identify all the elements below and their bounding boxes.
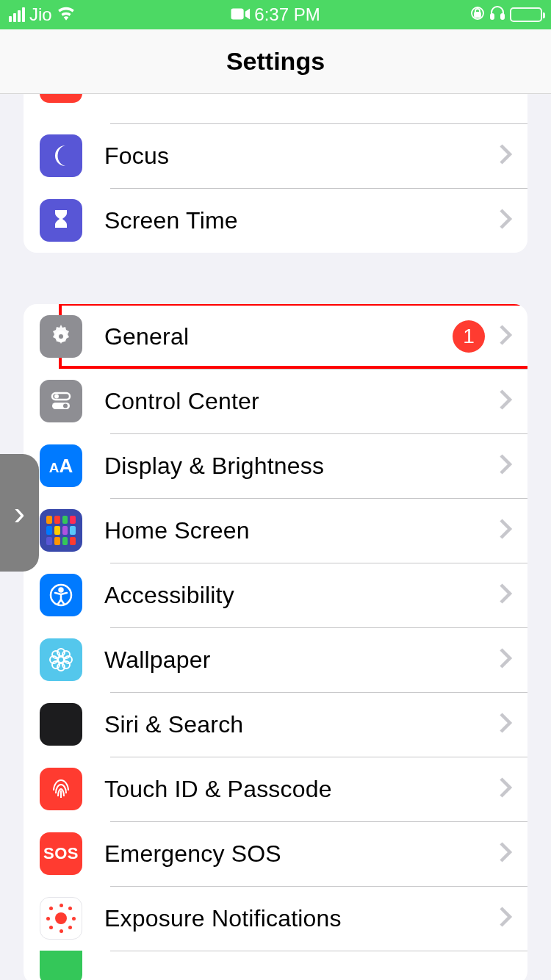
row-siri-search[interactable]: Siri & Search xyxy=(24,692,527,757)
row-accessibility[interactable]: Accessibility xyxy=(24,563,527,627)
speaker-icon xyxy=(40,94,82,103)
row-touch-id[interactable]: Touch ID & Passcode xyxy=(24,757,527,821)
row-control-center[interactable]: Control Center xyxy=(24,369,527,433)
chevron-right-icon xyxy=(498,712,513,737)
svg-point-7 xyxy=(54,394,59,399)
hourglass-icon xyxy=(40,199,82,242)
svg-rect-3 xyxy=(491,14,494,19)
row-home-screen[interactable]: Home Screen xyxy=(24,498,527,563)
page-title: Settings xyxy=(226,47,325,76)
exposure-icon xyxy=(40,897,82,940)
fingerprint-icon xyxy=(40,768,82,810)
wifi-icon xyxy=(57,4,76,25)
row-label: General xyxy=(104,323,453,350)
battery-icon xyxy=(40,951,82,980)
sos-icon: SOS xyxy=(40,832,82,875)
row-label: Accessibility xyxy=(104,582,498,609)
row-label: Wallpaper xyxy=(104,646,498,674)
signal-icon xyxy=(9,7,25,22)
row-label: Home Screen xyxy=(104,517,498,544)
row-focus[interactable]: Focus xyxy=(24,123,527,188)
svg-point-9 xyxy=(63,404,68,408)
svg-rect-4 xyxy=(501,14,504,19)
settings-group-1: Sounds & Haptics Focus Screen Time xyxy=(24,94,527,253)
siri-icon xyxy=(40,703,82,746)
text-size-icon: AA xyxy=(40,444,82,487)
row-wallpaper[interactable]: Wallpaper xyxy=(24,627,527,692)
status-time: 6:37 PM xyxy=(254,4,320,25)
chevron-right-icon xyxy=(498,647,513,672)
row-display-brightness[interactable]: AA Display & Brightness xyxy=(24,433,527,498)
carrier-label: Jio xyxy=(29,4,52,25)
chevron-right-icon xyxy=(498,208,513,233)
orientation-lock-icon xyxy=(470,4,485,25)
row-label: Siri & Search xyxy=(104,711,498,738)
svg-point-11 xyxy=(60,588,63,592)
chevron-right-icon xyxy=(498,841,513,866)
accessibility-icon xyxy=(40,574,82,616)
gear-icon xyxy=(40,315,82,358)
row-label: Display & Brightness xyxy=(104,453,498,480)
notification-badge: 1 xyxy=(453,320,485,353)
row-exposure-notifications[interactable]: Exposure Notifications xyxy=(24,886,527,951)
svg-point-5 xyxy=(59,334,63,339)
chevron-right-icon xyxy=(498,518,513,543)
row-general[interactable]: General 1 xyxy=(24,304,527,369)
row-screen-time[interactable]: Screen Time xyxy=(24,188,527,253)
settings-group-2: General 1 Control Center AA Display & Br… xyxy=(24,304,527,980)
row-label: Exposure Notifications xyxy=(104,905,498,932)
chevron-right-icon xyxy=(498,143,513,168)
status-bar: Jio 6:37 PM xyxy=(0,0,551,29)
side-drawer-handle[interactable]: › xyxy=(0,454,39,572)
chevron-right-icon xyxy=(498,389,513,414)
toggles-icon xyxy=(40,380,82,422)
row-battery[interactable] xyxy=(24,951,527,980)
row-label: Control Center xyxy=(104,388,498,415)
battery-icon xyxy=(510,7,542,22)
content-scroll[interactable]: Sounds & Haptics Focus Screen Time Gener… xyxy=(0,94,551,980)
svg-rect-2 xyxy=(475,12,480,17)
chevron-right-icon xyxy=(498,583,513,608)
row-label: Focus xyxy=(104,143,498,170)
chevron-right-icon xyxy=(498,324,513,349)
camera-icon xyxy=(231,4,250,25)
chevron-right-icon xyxy=(498,453,513,478)
headphones-icon xyxy=(489,4,505,25)
row-label: Touch ID & Passcode xyxy=(104,776,498,803)
navigation-bar: Settings xyxy=(0,29,551,94)
row-label: Emergency SOS xyxy=(104,840,498,868)
app-grid-icon xyxy=(40,509,82,552)
chevron-right-icon xyxy=(498,777,513,801)
row-sounds-haptics[interactable]: Sounds & Haptics xyxy=(24,94,527,123)
flower-icon xyxy=(40,638,82,681)
chevron-right-icon xyxy=(498,906,513,931)
svg-rect-0 xyxy=(231,8,243,19)
row-label: Screen Time xyxy=(104,207,498,234)
row-emergency-sos[interactable]: SOS Emergency SOS xyxy=(24,821,527,886)
moon-icon xyxy=(40,134,82,177)
